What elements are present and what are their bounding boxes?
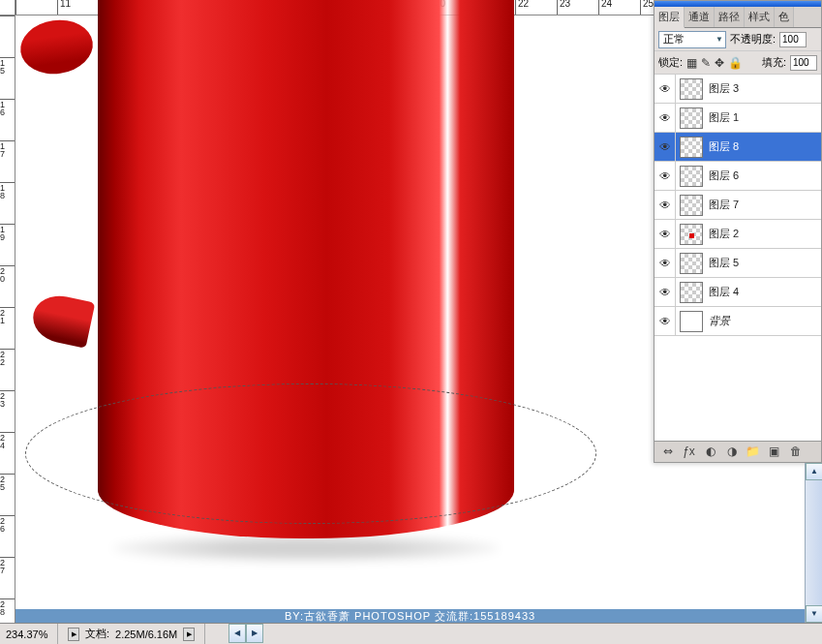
ruler-tick: 23	[0, 390, 15, 432]
ruler-origin[interactable]	[0, 0, 15, 15]
lock-paint-icon[interactable]: ✎	[701, 56, 711, 70]
visibility-toggle-icon[interactable]: 👁	[655, 307, 676, 335]
layer-thumbnail[interactable]	[680, 137, 703, 158]
ruler-tick: 17	[0, 140, 15, 182]
ruler-tick: 20	[0, 265, 15, 307]
panel-tabs: 图层 通道 路径 样式 色	[655, 7, 821, 28]
cup-handle-bottom	[29, 291, 96, 348]
ruler-tick: 18	[0, 182, 15, 224]
scroll-down-icon[interactable]: ▼	[806, 605, 822, 623]
layer-name[interactable]: 图层 2	[707, 227, 821, 241]
chevron-right-icon[interactable]: ▶	[183, 628, 195, 641]
ruler-tick: 25	[0, 474, 15, 515]
elliptical-selection[interactable]	[25, 383, 596, 524]
layer-name[interactable]: 图层 5	[707, 256, 821, 270]
mask-icon[interactable]: ◐	[703, 445, 717, 459]
h-scroll-arrows: ◀ ▶	[228, 624, 263, 644]
layer-name[interactable]: 图层 7	[707, 198, 821, 212]
layer-thumbnail[interactable]	[680, 107, 703, 129]
ruler-tick: 15	[0, 57, 15, 99]
visibility-toggle-icon[interactable]: 👁	[655, 278, 676, 306]
ruler-tick: 11	[57, 0, 99, 15]
tab-styles[interactable]: 样式	[745, 7, 775, 27]
vertical-scrollbar[interactable]: ▲ ▼	[805, 463, 822, 623]
layer-thumbnail[interactable]	[680, 224, 703, 245]
layer-name[interactable]: 图层 1	[707, 110, 821, 125]
ruler-tick: 24	[598, 0, 640, 15]
ruler-tick: 22	[0, 349, 15, 390]
lock-icons: ▦ ✎ ✥ 🔒	[686, 56, 743, 70]
lock-all-icon[interactable]: 🔒	[728, 56, 743, 70]
ruler-tick: 24	[0, 432, 15, 474]
lock-move-icon[interactable]: ✥	[715, 56, 724, 70]
scroll-right-icon[interactable]: ▶	[246, 624, 263, 643]
cup-handle-top	[17, 15, 97, 78]
blend-opacity-row: 正常 ▼ 不透明度: 100	[655, 28, 821, 51]
fx-icon[interactable]: ƒx	[682, 445, 696, 459]
layer-thumbnail[interactable]	[680, 195, 703, 216]
layer-row[interactable]: 👁背景	[655, 307, 821, 336]
layers-list[interactable]: 👁图层 3👁图层 1👁图层 8👁图层 6👁图层 7👁图层 2👁图层 5👁图层 4…	[655, 75, 821, 441]
trash-icon[interactable]: 🗑	[788, 445, 803, 459]
layer-name[interactable]: 图层 6	[707, 169, 821, 183]
visibility-toggle-icon[interactable]: 👁	[655, 104, 676, 132]
visibility-toggle-icon[interactable]: 👁	[655, 133, 676, 161]
ruler-tick: 22	[515, 0, 557, 15]
lock-transparency-icon[interactable]: ▦	[686, 56, 697, 70]
visibility-toggle-icon[interactable]: 👁	[655, 191, 676, 219]
doc-value: 2.25M/6.16M	[115, 629, 177, 640]
layer-thumbnail[interactable]	[680, 311, 703, 332]
lock-label: 锁定:	[658, 55, 683, 70]
layer-row[interactable]: 👁图层 7	[655, 191, 821, 220]
layer-thumbnail[interactable]	[680, 78, 703, 100]
opacity-input[interactable]: 100	[779, 32, 807, 47]
visibility-toggle-icon[interactable]: 👁	[655, 75, 676, 103]
layer-thumbnail[interactable]	[680, 166, 703, 187]
adjustment-icon[interactable]: ◑	[724, 445, 739, 459]
statusbar: 234.37% ▶ 文档: 2.25M/6.16M ▶ ◀ ▶	[0, 623, 822, 644]
visibility-toggle-icon[interactable]: 👁	[655, 162, 676, 190]
ruler-tick	[0, 15, 15, 57]
tab-layers[interactable]: 图层	[655, 7, 685, 28]
ruler-tick: 27	[0, 557, 15, 598]
layer-name[interactable]: 图层 4	[707, 285, 821, 299]
ruler-tick	[15, 0, 57, 15]
doc-label: 文档:	[85, 627, 109, 641]
layer-row[interactable]: 👁图层 1	[655, 104, 821, 133]
layer-name[interactable]: 图层 8	[707, 139, 821, 154]
ruler-tick: 23	[557, 0, 598, 15]
tab-paths[interactable]: 路径	[715, 7, 745, 27]
fill-label: 填充:	[762, 55, 786, 70]
layer-row[interactable]: 👁图层 5	[655, 249, 821, 278]
layer-row[interactable]: 👁图层 4	[655, 278, 821, 307]
new-layer-icon[interactable]: ▣	[767, 445, 781, 459]
scroll-up-icon[interactable]: ▲	[806, 463, 822, 480]
vertical-ruler[interactable]: 1516171819202122232425262728	[0, 15, 15, 644]
chevron-down-icon: ▼	[715, 35, 725, 44]
visibility-toggle-icon[interactable]: 👁	[655, 249, 676, 277]
fill-input[interactable]: 100	[790, 55, 817, 71]
panel-footer: ⇔ ƒx ◐ ◑ 📁 ▣ 🗑	[655, 441, 821, 462]
ruler-tick: 16	[0, 99, 15, 140]
layer-row[interactable]: 👁图层 2	[655, 220, 821, 249]
chevron-right-icon[interactable]: ▶	[68, 628, 79, 641]
lock-fill-row: 锁定: ▦ ✎ ✥ 🔒 填充: 100	[655, 51, 821, 75]
layer-row[interactable]: 👁图层 3	[655, 75, 821, 104]
ruler-tick: 19	[0, 224, 15, 265]
layer-row[interactable]: 👁图层 8	[655, 133, 821, 162]
link-icon[interactable]: ⇔	[660, 445, 675, 459]
document-info[interactable]: ▶ 文档: 2.25M/6.16M ▶	[58, 624, 205, 644]
layer-name[interactable]: 图层 3	[707, 81, 821, 96]
zoom-level[interactable]: 234.37%	[0, 624, 58, 644]
blend-mode-select[interactable]: 正常 ▼	[658, 31, 726, 48]
visibility-toggle-icon[interactable]: 👁	[655, 220, 676, 248]
ruler-tick: 26	[0, 515, 15, 557]
scroll-left-icon[interactable]: ◀	[228, 624, 246, 643]
layer-thumbnail[interactable]	[680, 253, 703, 274]
layer-thumbnail[interactable]	[680, 282, 703, 303]
tab-channels[interactable]: 通道	[685, 7, 715, 27]
layer-row[interactable]: 👁图层 6	[655, 162, 821, 191]
group-icon[interactable]: 📁	[746, 445, 760, 459]
tab-color[interactable]: 色	[775, 7, 794, 27]
layer-name[interactable]: 背景	[707, 314, 821, 328]
